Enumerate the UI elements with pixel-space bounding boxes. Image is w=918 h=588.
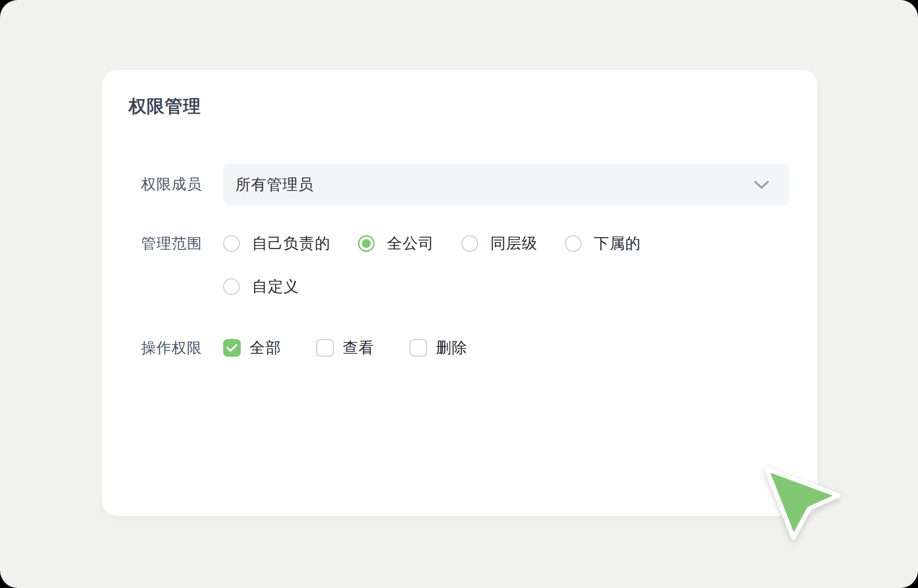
scope-options-row-1: 自己负责的全公司同层级下属的: [223, 231, 641, 256]
scope-option-label: 同层级: [490, 233, 537, 254]
permission-options: 全部查看删除: [223, 335, 467, 361]
permission-option-label: 全部: [250, 338, 281, 358]
scope-option-label: 全公司: [387, 233, 434, 254]
permission-checkbox-option-1[interactable]: 全部: [223, 338, 281, 358]
scope-radio-option-3[interactable]: 同层级: [461, 233, 537, 254]
permission-checkbox-option-2[interactable]: 查看: [316, 338, 374, 358]
radio-unselected-icon[interactable]: [223, 278, 240, 295]
permission-card: 权限管理 权限成员 所有管理员 管理范围 自己负责的全公司同层级下属的 自定义 …: [102, 70, 817, 516]
permission-option-label: 删除: [436, 338, 467, 358]
scope-label: 管理范围: [141, 231, 202, 256]
scope-radio-option-1[interactable]: 自己负责的: [223, 233, 331, 254]
radio-selected-icon[interactable]: [358, 235, 375, 252]
radio-unselected-icon[interactable]: [223, 235, 240, 252]
permission-checkbox-option-3[interactable]: 删除: [409, 338, 467, 358]
checkbox-checked-icon[interactable]: [223, 339, 241, 357]
member-select-value: 所有管理员: [235, 174, 753, 195]
scope-radio-option-2[interactable]: 全公司: [358, 233, 434, 254]
permissions-label: 操作权限: [141, 335, 202, 361]
permission-option-label: 查看: [343, 338, 374, 358]
scope-row: 管理范围 自己负责的全公司同层级下属的: [102, 231, 817, 256]
radio-dot: [362, 239, 371, 248]
chevron-down-icon[interactable]: [753, 180, 770, 190]
radio-unselected-icon[interactable]: [461, 235, 478, 252]
radio-unselected-icon[interactable]: [565, 235, 582, 252]
page-title: 权限管理: [128, 96, 201, 117]
scope-radio-option-4[interactable]: 下属的: [565, 233, 641, 254]
scope-row-2: 自定义: [102, 274, 817, 299]
member-row: 权限成员 所有管理员: [102, 164, 817, 205]
scope-option-label: 下属的: [594, 233, 641, 254]
checkmark-icon: [227, 343, 237, 352]
scope-option-label: 自己负责的: [252, 233, 331, 254]
member-select[interactable]: 所有管理员: [223, 164, 790, 205]
checkbox-unchecked-icon[interactable]: [409, 339, 427, 357]
scope-option-label: 自定义: [252, 276, 299, 297]
scope-options-row-2: 自定义: [223, 274, 299, 299]
page-background: 权限管理 权限成员 所有管理员 管理范围 自己负责的全公司同层级下属的 自定义 …: [0, 0, 918, 588]
permissions-row: 操作权限 全部查看删除: [102, 335, 817, 361]
checkbox-unchecked-icon[interactable]: [316, 339, 334, 357]
scope-radio-option-5[interactable]: 自定义: [223, 276, 299, 297]
member-label: 权限成员: [141, 164, 202, 205]
